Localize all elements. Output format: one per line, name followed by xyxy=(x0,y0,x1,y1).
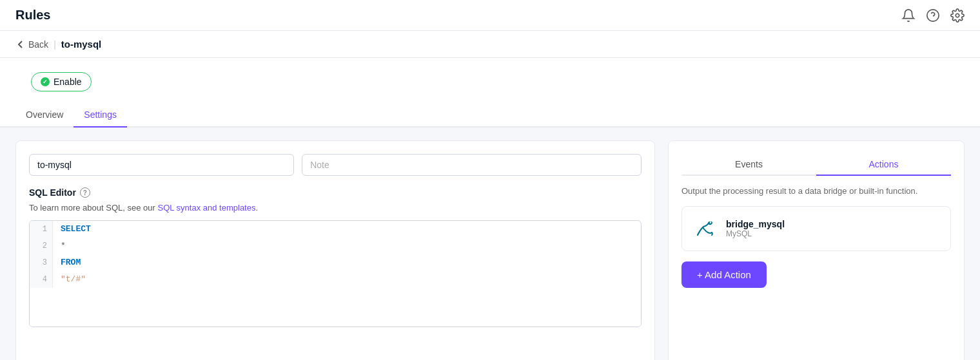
code-line-2: 2 * xyxy=(30,238,641,254)
rule-note-input[interactable] xyxy=(302,154,642,176)
bell-icon[interactable] xyxy=(901,8,916,23)
add-action-label: + Add Action xyxy=(697,269,751,280)
sql-editor-label-text: SQL Editor xyxy=(29,187,76,198)
sql-info-icon[interactable]: ? xyxy=(80,187,90,198)
right-panel: Events Actions Output the processing res… xyxy=(668,140,965,360)
panel-tabs: Events Actions xyxy=(681,154,951,176)
tab-settings[interactable]: Settings xyxy=(74,103,127,128)
back-button[interactable]: Back xyxy=(15,39,48,50)
add-action-button[interactable]: + Add Action xyxy=(681,261,767,288)
page-title: Rules xyxy=(15,8,50,23)
main-tabs: Overview Settings xyxy=(0,99,980,128)
breadcrumb-current: to-mysql xyxy=(61,39,102,50)
bridge-type: MySQL xyxy=(726,229,785,238)
panel-description: Output the processing result to a data b… xyxy=(681,186,951,196)
form-row: to-mysql xyxy=(29,154,642,176)
code-editor-padding xyxy=(30,288,641,327)
rule-name-input[interactable]: to-mysql xyxy=(29,154,294,176)
bridge-card[interactable]: bridge_mysql MySQL xyxy=(681,206,951,251)
back-label: Back xyxy=(28,39,48,50)
breadcrumb-separator: | xyxy=(54,39,56,50)
header: Rules xyxy=(0,0,980,31)
main-content: to-mysql SQL Editor ? To learn more abou… xyxy=(0,128,980,360)
code-line-4: 4 "t/#" xyxy=(30,271,641,288)
enable-status-dot xyxy=(41,77,50,86)
header-icons xyxy=(901,8,965,23)
settings-icon[interactable] xyxy=(950,8,965,23)
svg-point-0 xyxy=(927,9,939,21)
sql-syntax-link[interactable]: SQL syntax and templates xyxy=(157,203,255,213)
tab-overview[interactable]: Overview xyxy=(15,103,74,128)
enable-label: Enable xyxy=(54,77,82,87)
question-icon[interactable] xyxy=(926,8,940,23)
sql-editor-label-row: SQL Editor ? xyxy=(29,187,642,198)
sql-hint: To learn more about SQL, see our SQL syn… xyxy=(29,203,642,213)
bridge-info: bridge_mysql MySQL xyxy=(726,219,785,238)
panel-tab-actions[interactable]: Actions xyxy=(816,154,951,176)
code-line-3: 3 FROM xyxy=(30,254,641,271)
panel-tab-events[interactable]: Events xyxy=(681,154,816,176)
enable-button[interactable]: Enable xyxy=(31,72,92,91)
sql-code-editor[interactable]: 1 SELECT 2 * 3 FROM 4 "t/#" xyxy=(29,220,642,327)
chevron-left-icon xyxy=(15,39,26,50)
svg-point-3 xyxy=(710,222,711,223)
enable-section: Enable xyxy=(0,58,980,99)
left-panel: to-mysql SQL Editor ? To learn more abou… xyxy=(15,140,655,360)
breadcrumb: Back | to-mysql xyxy=(0,31,980,58)
mysql-icon xyxy=(692,216,718,242)
svg-point-2 xyxy=(956,14,959,17)
code-line-1: 1 SELECT xyxy=(30,221,641,238)
bridge-name: bridge_mysql xyxy=(726,219,785,229)
